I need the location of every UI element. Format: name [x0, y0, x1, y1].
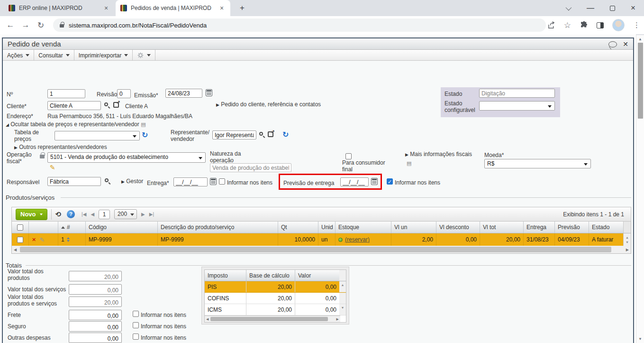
panel-close-icon[interactable]: ✕	[623, 40, 628, 48]
delete-row-icon[interactable]: ✕	[32, 237, 36, 243]
entrega-input[interactable]	[173, 177, 208, 186]
menu-consultar[interactable]: Consultar	[34, 50, 74, 61]
ocultar-tabela-toggle[interactable]: ◢ Ocultar tabela de preços e representan…	[6, 121, 146, 128]
outras-informar-checkbox[interactable]	[133, 334, 139, 340]
edit-row-icon[interactable]: ✎	[39, 236, 45, 243]
scroll-thumb[interactable]	[20, 247, 611, 252]
scroll-down-icon[interactable]: ▼	[626, 241, 629, 244]
calendar-icon[interactable]	[210, 178, 217, 185]
outras-despesas-input[interactable]	[69, 333, 122, 343]
url-bar[interactable]: sistema.maxiprod.com.br/NotaFiscal/Pedid…	[53, 19, 546, 32]
row-checkbox[interactable]	[17, 237, 23, 243]
move-down-icon[interactable]	[67, 240, 70, 242]
imposto-header[interactable]: Imposto	[205, 270, 246, 281]
scroll-right-icon[interactable]: ▶	[336, 317, 339, 321]
vldesconto-header[interactable]: Vl desconto	[436, 222, 480, 233]
previsao-entrega-input[interactable]	[340, 177, 369, 186]
open-record-icon[interactable]	[113, 102, 119, 108]
bookmark-star-icon[interactable]: ☆	[564, 20, 571, 30]
scroll-down-icon[interactable]: ▼	[636, 337, 644, 341]
unid-header[interactable]: Unid	[318, 222, 336, 233]
scroll-down-icon[interactable]: ▼	[341, 306, 345, 309]
cliente-link[interactable]: Cliente A	[125, 103, 148, 110]
profile-avatar[interactable]	[612, 19, 625, 31]
pedido-cliente-toggle[interactable]: ▶ Pedido do cliente, referência e contat…	[216, 101, 321, 108]
previsao-header[interactable]: Previsão	[555, 222, 589, 233]
page-size-select[interactable]: 200	[114, 209, 137, 219]
chat-icon[interactable]	[608, 41, 617, 47]
estoque-header[interactable]: Estoque	[336, 222, 391, 233]
operacao-fiscal-select[interactable]: 5101 - Venda de produção do estabelecime…	[47, 152, 206, 163]
cliente-input[interactable]	[47, 101, 101, 110]
forward-button[interactable]: →	[18, 20, 33, 30]
reservar-link[interactable]: (reservar)	[345, 236, 370, 243]
estado-configuravel-select[interactable]	[479, 101, 555, 111]
frete-informar-checkbox[interactable]	[133, 311, 139, 317]
gestor-toggle[interactable]: ▶ Gestor	[121, 178, 143, 185]
scroll-left-icon[interactable]: ◀	[14, 248, 17, 252]
reload-button[interactable]: ↻	[33, 20, 48, 30]
extensions-puzzle-icon[interactable]	[580, 21, 588, 29]
last-page-icon[interactable]: ▶|	[149, 212, 154, 217]
window-chevron-icon[interactable]	[557, 0, 579, 16]
outros-representantes-toggle[interactable]: ▶ Outros representantes/vendedores	[14, 144, 107, 151]
tabela-precos-select[interactable]	[54, 131, 140, 140]
next-page-icon[interactable]: ▶	[141, 212, 145, 217]
emissao-input[interactable]	[165, 89, 202, 98]
vltot-header[interactable]: Vl tot	[480, 222, 524, 233]
impostos-hscrollbar[interactable]: ◀ ▶	[205, 315, 340, 322]
grid-vscroll[interactable]: ▲▼	[623, 233, 631, 246]
table-row[interactable]: COFINS 20,00 0,00	[205, 293, 346, 304]
table-row[interactable]: ICMS 20,00 0,00 ▼	[205, 304, 346, 315]
seguro-informar-checkbox[interactable]	[133, 322, 139, 328]
calendar-icon[interactable]	[206, 89, 212, 96]
calendar-icon[interactable]	[371, 178, 378, 185]
vlun-header[interactable]: Vl un	[391, 222, 436, 233]
help-icon[interactable]: ?	[67, 210, 75, 218]
codigo-header[interactable]: Código	[86, 222, 158, 233]
tab-close-icon[interactable]: ×	[102, 4, 110, 12]
scroll-up-icon[interactable]: ▲	[636, 37, 644, 41]
revisao-input[interactable]	[117, 89, 131, 98]
move-up-icon[interactable]	[67, 237, 70, 239]
menu-acoes[interactable]: Ações	[3, 50, 34, 61]
estado-header[interactable]: Estado	[589, 222, 623, 233]
seguro-input[interactable]	[69, 321, 122, 332]
share-icon[interactable]	[547, 21, 555, 29]
responsavel-input[interactable]	[47, 177, 101, 186]
browser-menu-icon[interactable]: ⋮	[633, 21, 640, 29]
qt-header[interactable]: Qt	[278, 222, 318, 233]
valor-header[interactable]: Valor	[295, 270, 339, 281]
search-icon[interactable]	[105, 178, 109, 182]
menu-imprimir-exportar[interactable]: Imprimir/exportar	[74, 50, 133, 61]
page-number-input[interactable]: 1	[99, 210, 110, 219]
side-panel-icon[interactable]	[597, 22, 604, 28]
numero-input[interactable]	[47, 89, 85, 98]
new-tab-button[interactable]: +	[236, 3, 248, 13]
select-all-checkbox[interactable]	[17, 224, 23, 231]
grid-hscrollbar[interactable]: ◀ ▶	[11, 246, 631, 254]
moeda-select[interactable]: R$	[484, 159, 591, 168]
scroll-thumb[interactable]	[638, 43, 643, 119]
representante-input[interactable]	[212, 130, 256, 139]
refresh-icon[interactable]: ↻	[142, 131, 148, 139]
frete-input[interactable]	[69, 310, 122, 320]
window-close-button[interactable]: ×	[622, 0, 644, 16]
entrega-header[interactable]: Entrega	[524, 222, 555, 233]
scroll-thumb[interactable]	[210, 317, 328, 321]
open-record-icon[interactable]	[268, 131, 273, 137]
tab-erp-online[interactable]: ERP online | MAXIPROD ×	[4, 0, 115, 16]
descricao-header[interactable]: Descrição do produto/serviço	[158, 222, 278, 233]
search-icon[interactable]	[259, 132, 263, 136]
first-page-icon[interactable]: |◀	[82, 212, 86, 217]
base-header[interactable]: Base de cálculo	[246, 270, 295, 281]
tab-close-icon[interactable]: ×	[218, 4, 226, 12]
table-row[interactable]: PIS 20,00 0,00 ▲	[205, 281, 346, 293]
back-button[interactable]: ←	[3, 20, 18, 30]
search-icon[interactable]	[104, 102, 108, 106]
prev-page-icon[interactable]: ◀	[91, 212, 94, 217]
scroll-up-icon[interactable]: ▲	[341, 283, 345, 287]
entrega-informar-checkbox[interactable]	[219, 178, 225, 185]
window-maximize-button[interactable]	[601, 0, 623, 16]
previsao-informar-checkbox[interactable]: ✓	[387, 178, 393, 185]
